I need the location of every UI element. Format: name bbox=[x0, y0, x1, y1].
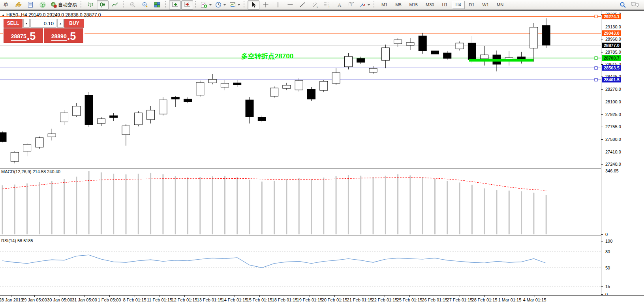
indicators-button[interactable] bbox=[199, 0, 213, 9]
market-depth-icon bbox=[27, 2, 34, 8]
volume-decrease-button[interactable]: ▼ bbox=[23, 19, 30, 28]
equidistant-channel-button[interactable]: E bbox=[309, 0, 321, 9]
rsi-indicator-panel[interactable] bbox=[0, 237, 601, 295]
line-drag-handle[interactable] bbox=[595, 67, 597, 69]
zoom-in-button[interactable] bbox=[127, 0, 139, 9]
candlestick-chart-icon bbox=[100, 2, 106, 8]
tab-timeframe-m30[interactable]: M30 bbox=[422, 1, 437, 9]
chevron-down-icon bbox=[238, 4, 240, 7]
macd-indicator-panel[interactable] bbox=[0, 168, 601, 236]
line-chart-button[interactable] bbox=[109, 0, 121, 9]
tab-timeframe-mn[interactable]: MN bbox=[493, 1, 507, 9]
price-axis-tick-mark bbox=[601, 152, 603, 152]
time-axis[interactable]: 28 Jan 201929 Jan 05:0030 Jan 05:0031 Ja… bbox=[0, 295, 644, 305]
tab-timeframe-w1[interactable]: W1 bbox=[479, 1, 493, 9]
tab-timeframe-m5[interactable]: M5 bbox=[392, 1, 405, 9]
tab-timeframe-h4[interactable]: H4 bbox=[452, 1, 464, 9]
tile-windows-icon bbox=[154, 2, 160, 8]
price-line-badge[interactable]: 29043.0 bbox=[602, 30, 621, 36]
buy-price-panel[interactable]: 28890 .5 bbox=[44, 28, 83, 43]
price-axis-tick-mark bbox=[601, 139, 603, 140]
candlestick-chart-button[interactable] bbox=[97, 0, 109, 9]
chart-marker-icon: ▲ bbox=[2, 13, 5, 17]
fibonacci-button[interactable]: F bbox=[321, 0, 333, 9]
time-axis-label: 4 Mar 01:15 bbox=[523, 298, 546, 302]
tab-timeframe-m1[interactable]: M1 bbox=[378, 1, 391, 9]
chevron-down-icon bbox=[368, 4, 370, 7]
triangle-up-icon: ▲ bbox=[59, 22, 62, 25]
price-line-badge[interactable]: 29274.1 bbox=[602, 14, 621, 19]
tab-timeframe-m15[interactable]: M15 bbox=[406, 1, 421, 9]
new-order-button[interactable]: 单 bbox=[0, 0, 12, 9]
search-icon bbox=[620, 2, 626, 8]
cursor-button[interactable] bbox=[248, 0, 259, 9]
auto-scroll-button[interactable] bbox=[169, 0, 181, 9]
fibonacci-icon: F bbox=[324, 2, 330, 8]
time-axis-label: 26 Feb 01:15 bbox=[422, 298, 448, 302]
toolbar-grip bbox=[195, 1, 197, 8]
rsi-axis-tick-label: 15 bbox=[605, 284, 610, 289]
auto-trading-label: 自动交易 bbox=[58, 2, 77, 8]
time-axis-tick-mark bbox=[385, 296, 385, 297]
line-drag-handle[interactable] bbox=[595, 57, 597, 60]
template-icon bbox=[229, 2, 236, 8]
svg-text:T: T bbox=[350, 3, 353, 7]
svg-text:E: E bbox=[317, 6, 318, 8]
line-chart-icon bbox=[112, 2, 118, 8]
line-drag-handle[interactable] bbox=[595, 79, 597, 81]
main-toolbar: 单 自动交易 bbox=[0, 0, 644, 10]
chart-shift-button[interactable] bbox=[181, 0, 193, 9]
tile-windows-button[interactable] bbox=[151, 0, 163, 9]
chevron-down-icon bbox=[223, 4, 226, 7]
volume-input[interactable] bbox=[30, 19, 56, 28]
tab-timeframe-d1[interactable]: D1 bbox=[466, 1, 478, 9]
support-zone-bar[interactable] bbox=[469, 59, 533, 62]
volume-increase-button[interactable]: ▲ bbox=[57, 19, 64, 28]
auto-trading-button[interactable]: 自动交易 bbox=[49, 0, 79, 9]
price-line-badge[interactable]: 28563.5 bbox=[602, 65, 621, 71]
horizontal-line-objects[interactable] bbox=[0, 17, 601, 80]
price-axis-tick-mark bbox=[601, 164, 603, 165]
new-order-label: 单 bbox=[4, 2, 8, 8]
market-depth-button[interactable] bbox=[24, 0, 36, 9]
horizontal-line-button[interactable] bbox=[284, 0, 296, 9]
line-drag-handle[interactable] bbox=[595, 15, 597, 18]
vertical-line-button[interactable] bbox=[272, 0, 284, 9]
text-button[interactable]: A bbox=[333, 0, 345, 9]
zoom-out-button[interactable] bbox=[139, 0, 151, 9]
signals-button[interactable] bbox=[37, 0, 49, 9]
pivot-annotation-text[interactable]: 多空转折点28700 bbox=[241, 52, 293, 60]
trendline-icon bbox=[299, 2, 306, 8]
buy-button[interactable]: BUY bbox=[64, 19, 84, 28]
main-price-chart[interactable]: 多空转折点28700 bbox=[0, 11, 601, 167]
chevron-down-icon bbox=[209, 4, 212, 7]
toolbar-grip bbox=[244, 1, 246, 8]
templates-button[interactable] bbox=[228, 0, 242, 9]
price-axis[interactable]: 29305.029130.028960.028785.028615.028445… bbox=[601, 11, 644, 295]
time-axis-tick-mark bbox=[135, 296, 135, 297]
time-axis-tick-mark bbox=[510, 296, 510, 297]
price-axis-tick-label: 27240.0 bbox=[605, 162, 621, 167]
tab-timeframe-h1[interactable]: H1 bbox=[438, 1, 451, 9]
price-line-badge[interactable]: 28401.5 bbox=[602, 77, 621, 82]
trendline-button[interactable] bbox=[297, 0, 308, 9]
time-axis-label: 27 Feb 01:15 bbox=[447, 298, 473, 302]
price-line-badge[interactable]: 28877.0 bbox=[602, 43, 621, 48]
price-line-badge[interactable]: 28700.7 bbox=[602, 55, 621, 61]
price-axis-tick-label: 28100.0 bbox=[605, 99, 621, 104]
text-label-button[interactable]: T bbox=[345, 0, 357, 9]
arrows-button[interactable] bbox=[358, 0, 372, 9]
gold-ingot-button[interactable] bbox=[12, 0, 24, 9]
crosshair-button[interactable] bbox=[260, 0, 272, 9]
sell-price-panel[interactable]: 28875 .5 bbox=[4, 28, 43, 43]
rsi-axis-tick-mark bbox=[601, 286, 603, 287]
periods-button[interactable] bbox=[214, 0, 227, 9]
signals-icon bbox=[39, 2, 46, 8]
price-axis-tick-label: 28785.0 bbox=[605, 50, 621, 54]
price-axis-tick-mark bbox=[601, 39, 603, 39]
search-button[interactable] bbox=[617, 0, 629, 9]
sell-button[interactable]: SELL bbox=[4, 19, 23, 28]
community-button[interactable] bbox=[629, 0, 641, 9]
toolbar-grip bbox=[123, 1, 125, 8]
bar-chart-button[interactable] bbox=[84, 0, 96, 9]
